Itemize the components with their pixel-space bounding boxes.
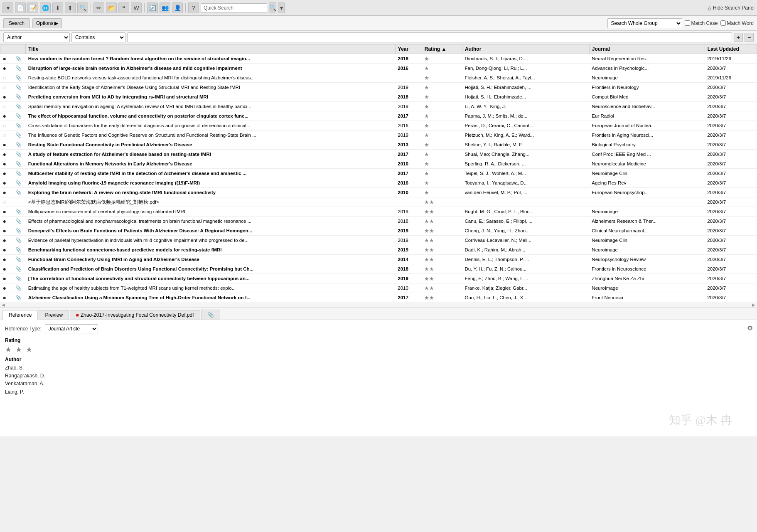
reference-title[interactable]: Evidence of parietal hyperactivation in …	[26, 236, 396, 245]
col-header-journal[interactable]: Journal	[589, 44, 705, 54]
tab-attach[interactable]: 📎	[201, 310, 220, 320]
reference-title[interactable]: Estimating the age of healthy subjects f…	[26, 283, 396, 293]
quick-search-box[interactable]: Quick Search	[201, 3, 267, 12]
table-row[interactable]: ●📎Evidence of parietal hyperactivation i…	[0, 236, 757, 245]
star-4[interactable]: ·	[36, 345, 39, 354]
new-ref-icon[interactable]: 📄	[15, 2, 26, 13]
reference-title[interactable]: Functional Brain Connectivity Using fMRI…	[26, 255, 396, 264]
edit2-icon[interactable]: ✏	[93, 2, 104, 13]
table-row[interactable]: ○📎Identification of the Early Stage of A…	[0, 83, 757, 92]
search-options-icon[interactable]: ▾	[278, 2, 285, 13]
col-header-updated[interactable]: Last Updated	[705, 44, 757, 54]
table-row[interactable]: ●📎Disruption of large-scale brain networ…	[0, 64, 757, 73]
table-row[interactable]: ○📎Spatial memory and navigation in agein…	[0, 102, 757, 111]
options-button[interactable]: Options ▶	[32, 18, 62, 28]
table-row[interactable]: ●📎[The correlation of functional connect…	[0, 274, 757, 283]
filter-add-button[interactable]: +	[734, 33, 743, 42]
col-header-year[interactable]: Year	[395, 44, 422, 54]
col-header-rating[interactable]: Rating ▲	[422, 44, 462, 54]
reference-title[interactable]: Resting State Functional Connectivity in…	[26, 140, 396, 150]
star-1[interactable]: ★	[5, 345, 12, 354]
reference-title[interactable]: Spatial memory and navigation in ageing:…	[26, 102, 396, 111]
web-icon[interactable]: 🌐	[40, 2, 51, 13]
table-row[interactable]: ○📎Resting-state BOLD networks versus tas…	[0, 73, 757, 83]
col-header-attach[interactable]	[13, 44, 26, 54]
reference-title[interactable]: Exploring the brain network: A review on…	[26, 188, 396, 197]
search-whole-group-select[interactable]: Search Whole Group	[607, 18, 682, 28]
match-case-checkbox[interactable]	[685, 20, 690, 26]
table-row[interactable]: ●📎Effects of pharmacological and nonphar…	[0, 217, 757, 226]
search-button[interactable]: Search	[3, 18, 30, 28]
search-go-icon[interactable]: 🔍	[269, 2, 276, 13]
reference-title[interactable]: The Influence of Genetic Factors and Cog…	[26, 131, 396, 140]
col-header-title[interactable]: Title	[26, 44, 396, 54]
table-row[interactable]: ●📎Donepezil's Effects on Brain Functions…	[0, 226, 757, 236]
table-row[interactable]: ●📎Alzheimer Classification Using a Minim…	[0, 293, 757, 302]
reference-title[interactable]: Functional Alterations in Memory Network…	[26, 159, 396, 169]
reference-title[interactable]: Multicenter stability of resting state f…	[26, 169, 396, 178]
tab-reference[interactable]: Reference	[2, 310, 38, 320]
filter-condition-select[interactable]: Contains Is Starts with Does not contain	[71, 32, 125, 42]
groups2-icon[interactable]: 👤	[172, 2, 183, 13]
reference-title[interactable]: Alzheimer Classification Using a Minimum…	[26, 293, 396, 302]
reference-title[interactable]: Identification of the Early Stage of Alz…	[26, 83, 396, 92]
hide-search-panel-button[interactable]: △ Hide Search Panel	[708, 5, 755, 11]
sync-icon[interactable]: 🔄	[147, 2, 158, 13]
tab-preview[interactable]: Preview	[39, 310, 69, 320]
table-row[interactable]: ●📎Functional Alterations in Memory Netwo…	[0, 159, 757, 169]
table-row[interactable]: ○📎Cross-validation of biomarkers for the…	[0, 121, 757, 131]
table-row[interactable]: ●📎A study of feature extraction for Alzh…	[0, 150, 757, 159]
reference-title[interactable]: Resting-state BOLD networks versus task-…	[26, 73, 396, 83]
match-word-checkbox[interactable]	[720, 20, 726, 26]
reference-title[interactable]: How random is the random forest ? Random…	[26, 54, 396, 64]
table-row[interactable]: ●📎Predicting conversion from MCI to AD b…	[0, 92, 757, 102]
table-row[interactable]: ●📎Resting State Functional Connectivity …	[0, 140, 757, 150]
reference-title[interactable]: Amyloid imaging using fluorine-19 magnet…	[26, 178, 396, 188]
table-row[interactable]: ●📎Amyloid imaging using fluorine-19 magn…	[0, 178, 757, 188]
reference-title[interactable]: Benchmarking functional connectome-based…	[26, 245, 396, 255]
groups-icon[interactable]: 👥	[160, 2, 170, 13]
reference-title[interactable]: Cross-validation of biomarkers for the e…	[26, 121, 396, 131]
reference-title[interactable]: A study of feature extraction for Alzhei…	[26, 150, 396, 159]
help-icon[interactable]: ?	[188, 2, 199, 13]
table-row[interactable]: ●📎The effect of hippocampal function, vo…	[0, 111, 757, 121]
reference-title[interactable]: Multiparametric measurement of cerebral …	[26, 207, 396, 217]
table-row[interactable]: ●📎Exploring the brain network: A review …	[0, 188, 757, 197]
reference-title[interactable]: [The correlation of functional connectiv…	[26, 274, 396, 283]
star-3[interactable]: ★	[26, 345, 33, 354]
reference-title[interactable]: Disruption of large-scale brain networks…	[26, 64, 396, 73]
reference-title[interactable]: <基于静息态fMRI的阿尔茨海默病低频振幅研究_刘艳秋.pdf>	[26, 197, 396, 207]
export-icon[interactable]: ⬆	[65, 2, 76, 13]
dropdown-arrow-icon[interactable]: ▾	[2, 2, 13, 13]
star-5[interactable]: ·	[42, 345, 45, 354]
reference-title[interactable]: Donepezil's Effects on Brain Functions o…	[26, 226, 396, 236]
table-row[interactable]: ●📎Functional Brain Connectivity Using fM…	[0, 255, 757, 264]
star-2[interactable]: ★	[15, 345, 23, 354]
import-icon[interactable]: ⬇	[52, 2, 63, 13]
reference-title[interactable]: The effect of hippocampal function, volu…	[26, 111, 396, 121]
search-icon[interactable]: 🔍	[77, 2, 88, 13]
reference-title[interactable]: Classification and Prediction of Brain D…	[26, 264, 396, 274]
word-icon[interactable]: W	[131, 2, 142, 13]
col-header-author[interactable]: Author	[462, 44, 590, 54]
reference-type-select[interactable]: Journal Article Book Conference Paper	[45, 324, 98, 333]
table-row[interactable]: ●📎Classification and Prediction of Brain…	[0, 264, 757, 274]
filter-field-select[interactable]: Author Title Year Journal Keywords Abstr…	[3, 32, 70, 42]
table-row[interactable]: ○<基于静息态fMRI的阿尔茨海默病低频振幅研究_刘艳秋.pdf>★★2020/…	[0, 197, 757, 207]
table-row[interactable]: ○📎The Influence of Genetic Factors and C…	[0, 131, 757, 140]
reference-title[interactable]: Effects of pharmacological and nonpharma…	[26, 217, 396, 226]
tab-pdf[interactable]: ■ Zhao-2017-Investigating Focal Connecti…	[70, 310, 200, 320]
table-row[interactable]: ●📎Estimating the age of healthy subjects…	[0, 283, 757, 293]
open-icon[interactable]: 📂	[106, 2, 117, 13]
reference-title[interactable]: Predicting conversion from MCI to AD by …	[26, 92, 396, 102]
filter-remove-button[interactable]: −	[745, 33, 754, 42]
col-header-read[interactable]	[0, 44, 13, 54]
table-row[interactable]: ●📎Multiparametric measurement of cerebra…	[0, 207, 757, 217]
filter-value-input[interactable]	[127, 32, 732, 42]
table-row[interactable]: ●📎Benchmarking functional connectome-bas…	[0, 245, 757, 255]
table-row[interactable]: ●📎Multicenter stability of resting state…	[0, 169, 757, 178]
edit-icon[interactable]: 📝	[27, 2, 38, 13]
settings-icon[interactable]: ⚙	[747, 324, 753, 332]
table-row[interactable]: ●📎How random is the random forest ? Rand…	[0, 54, 757, 64]
quote-icon[interactable]: ❝	[118, 2, 129, 13]
